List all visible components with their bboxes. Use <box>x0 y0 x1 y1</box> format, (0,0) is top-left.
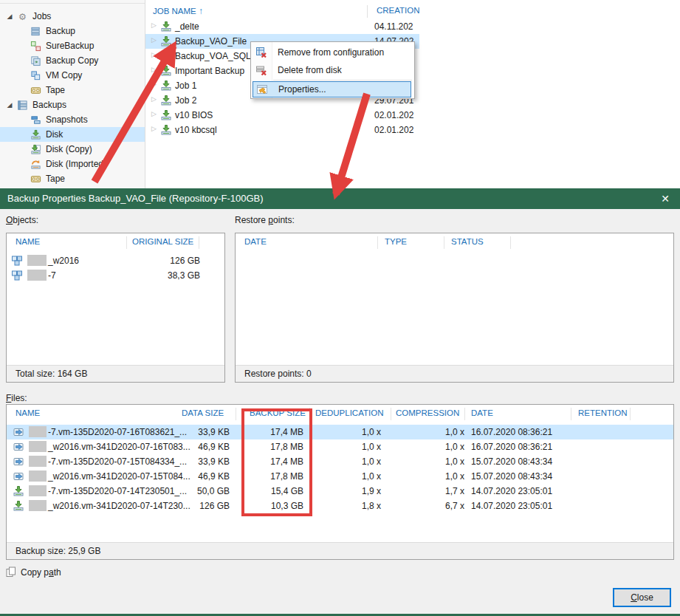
job-name: v10 BIOS <box>175 110 213 120</box>
object-row-7[interactable]: -738,3 GB <box>7 268 224 283</box>
expand-triangle-icon[interactable]: ▷ <box>151 66 157 73</box>
expand-triangle-icon[interactable]: ▷ <box>151 95 157 103</box>
column-header-job-name[interactable]: JOB NAME ↑ <box>153 6 203 16</box>
objects-column-original-size[interactable]: ORIGINAL SIZE <box>132 237 193 246</box>
files-column-data-size[interactable]: DATA SIZE <box>182 408 224 417</box>
file-row[interactable]: _w2016.vm-341D2020-07-14T230...126 GB10,… <box>7 499 673 513</box>
column-divider[interactable] <box>309 408 310 420</box>
file-backup-size: 15,4 GB <box>236 486 303 496</box>
menu-item-remove-from-configuration[interactable]: Remove from configuration <box>251 44 414 61</box>
job-list-header: JOB NAME ↑ CREATION <box>145 4 419 18</box>
file-deduplication: 1,0 x <box>309 442 381 452</box>
menu-item-delete-from-disk[interactable]: Delete from disk <box>251 61 414 79</box>
redacted-name-box <box>29 426 47 437</box>
column-divider[interactable] <box>630 408 631 420</box>
job-row-v10-bios[interactable]: ▷v10 BIOS02.01.202 <box>145 108 419 123</box>
object-name: _w2016 <box>48 256 79 266</box>
file-backup-size: 17,4 MB <box>236 427 303 437</box>
files-panel: NAME DATA SIZE BACKUP SIZE DEDUPLICATION… <box>6 404 674 560</box>
column-divider[interactable] <box>464 408 465 420</box>
sidebar-item-label: Disk (Imported) <box>46 159 106 169</box>
file-full-icon <box>13 485 24 497</box>
menu-item-properties[interactable]: Properties... <box>253 81 411 97</box>
expand-triangle-icon[interactable]: ◢ <box>6 13 13 20</box>
job-icon <box>160 65 172 77</box>
objects-column-name[interactable]: NAME <box>16 237 40 246</box>
files-column-deduplication[interactable]: DEDUPLICATION <box>315 408 383 417</box>
expand-triangle-icon[interactable]: ▷ <box>151 21 157 29</box>
file-row[interactable]: -7.vm-135D2020-07-15T084334_...33,9 KB17… <box>7 454 673 469</box>
file-data-size: 33,9 KB <box>162 456 230 467</box>
file-compression: 1,7 x <box>391 486 464 496</box>
expand-triangle-icon[interactable]: ▷ <box>151 36 157 44</box>
sidebar-top-divider <box>0 3 145 4</box>
file-incremental-icon <box>13 426 24 438</box>
job-row-v10-kbcsql[interactable]: ▷v10 kbcsql02.01.202 <box>145 123 419 137</box>
close-icon[interactable]: ✕ <box>653 188 677 209</box>
file-backup-size: 17,4 MB <box>236 456 303 467</box>
copy-path-label: Copy path <box>21 567 61 578</box>
column-divider[interactable] <box>377 236 378 249</box>
column-divider[interactable] <box>367 5 368 18</box>
job-name-header-label: JOB NAME <box>153 7 196 16</box>
expand-triangle-icon[interactable]: ▷ <box>151 81 157 88</box>
column-divider[interactable] <box>236 408 236 420</box>
expand-triangle-icon[interactable]: ◢ <box>6 101 13 109</box>
restore-column-type[interactable]: TYPE <box>385 237 407 246</box>
sidebar-item-jobs[interactable]: ◢⚙Jobs <box>0 9 145 24</box>
expand-triangle-icon[interactable]: ▷ <box>151 51 157 58</box>
backups-icon <box>16 99 29 111</box>
backup-size-text: Backup size: 25,9 GB <box>16 546 100 556</box>
file-row[interactable]: _w2016.vm-341D2020-07-15T084...46,9 KB17… <box>7 469 673 484</box>
close-button[interactable]: Close <box>613 588 671 607</box>
copy-path-link[interactable]: Copy path <box>6 567 61 578</box>
column-divider[interactable] <box>571 408 571 420</box>
job-name: Important Backup <box>175 66 244 76</box>
redacted-name-box <box>29 470 47 482</box>
job-icon <box>160 95 172 106</box>
column-divider[interactable] <box>391 408 391 420</box>
files-header: NAME DATA SIZE BACKUP SIZE DEDUPLICATION… <box>7 405 673 423</box>
job-icon <box>160 50 172 62</box>
file-row[interactable]: _w2016.vm-341D2020-07-16T083...46,9 KB17… <box>7 439 673 454</box>
job-name: _delte <box>175 21 199 32</box>
column-header-creation[interactable]: CREATION <box>377 6 419 15</box>
job-creation-date: 04.11.202 <box>374 21 419 32</box>
sidebar-item-backups[interactable]: ◢Backups <box>0 97 145 112</box>
files-column-retention[interactable]: RETENTION <box>578 408 627 417</box>
backup-copy-icon <box>30 55 42 66</box>
files-column-name[interactable]: NAME <box>16 408 40 417</box>
backup-icon <box>30 25 42 37</box>
object-row-w2016[interactable]: _w2016126 GB <box>7 253 224 268</box>
file-date: 16.07.2020 08:36:21 <box>471 427 552 437</box>
column-divider[interactable] <box>444 236 444 249</box>
expand-triangle-icon[interactable]: ▷ <box>151 110 157 117</box>
file-data-size: 33,9 KB <box>162 427 230 437</box>
column-divider[interactable] <box>510 236 511 249</box>
file-data-size: 126 GB <box>162 501 230 511</box>
files-column-backup-size[interactable]: BACKUP SIZE <box>250 408 306 417</box>
file-compression: 1,0 x <box>391 427 464 437</box>
file-deduplication: 1,0 x <box>309 456 381 467</box>
sidebar-item-label: Disk <box>46 129 63 140</box>
dialog-title-bar[interactable]: Backup Properties Backup_VAO_File (Repos… <box>0 188 680 209</box>
restore-points-count-text: Restore points: 0 <box>244 369 312 379</box>
column-divider[interactable] <box>199 236 199 249</box>
restore-column-status[interactable]: STATUS <box>451 237 484 246</box>
file-backup-size: 10,3 GB <box>236 501 303 511</box>
file-row[interactable]: -7.vm-135D2020-07-14T230501_...50,0 GB15… <box>7 484 673 499</box>
svg-text:⚙: ⚙ <box>18 11 27 21</box>
menu-item-label: Delete from disk <box>278 65 342 75</box>
file-incremental-icon <box>13 441 24 453</box>
tape-icon <box>30 84 42 96</box>
column-divider[interactable] <box>126 236 127 249</box>
file-row[interactable]: -7.vm-135D2020-07-16T083621_...33,9 KB17… <box>7 425 673 439</box>
file-incremental-icon <box>13 456 24 468</box>
files-column-compression[interactable]: COMPRESSION <box>396 408 459 417</box>
snapshots-icon <box>30 114 42 126</box>
restore-column-date[interactable]: DATE <box>244 237 267 246</box>
job-row-delte[interactable]: ▷_delte04.11.202 <box>145 19 419 34</box>
expand-triangle-icon[interactable]: ▷ <box>151 125 157 132</box>
context-menu: Remove from configurationDelete from dis… <box>250 41 415 99</box>
files-column-date[interactable]: DATE <box>471 408 493 417</box>
